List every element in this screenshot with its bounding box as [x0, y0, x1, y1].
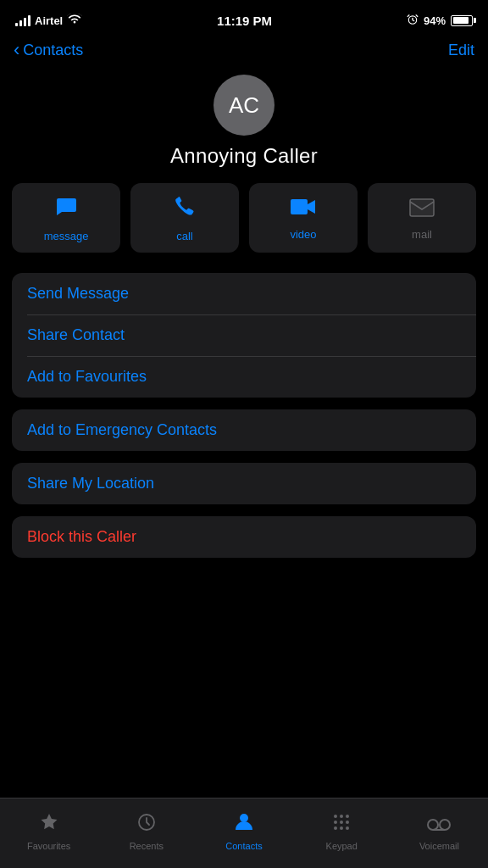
- svg-point-10: [340, 815, 343, 818]
- svg-rect-6: [410, 199, 434, 216]
- svg-point-17: [346, 826, 349, 830]
- svg-line-3: [408, 14, 409, 16]
- message-icon: [54, 195, 78, 225]
- edit-button[interactable]: Edit: [448, 42, 474, 59]
- message-label: message: [44, 230, 89, 242]
- add-emergency-item[interactable]: Add to Emergency Contacts: [12, 409, 476, 451]
- recents-icon: [136, 812, 157, 837]
- keypad-icon: [331, 812, 352, 837]
- svg-point-16: [340, 826, 343, 830]
- status-left: Airtel: [15, 14, 82, 28]
- svg-point-13: [340, 821, 343, 824]
- share-contact-item[interactable]: Share Contact: [12, 314, 476, 356]
- section-3: Share My Location: [12, 463, 476, 504]
- favourites-label: Favourites: [27, 841, 70, 851]
- carrier-label: Airtel: [35, 14, 63, 27]
- svg-point-18: [428, 820, 438, 830]
- section-2: Add to Emergency Contacts: [12, 409, 476, 451]
- keypad-label: Keypad: [326, 841, 358, 851]
- add-to-favourites-item[interactable]: Add to Favourites: [12, 356, 476, 398]
- wifi-icon: [67, 14, 82, 28]
- contact-name: Annoying Caller: [170, 144, 318, 168]
- svg-point-12: [334, 821, 337, 824]
- tab-favourites[interactable]: Favourites: [0, 812, 97, 851]
- signal-bars-icon: [15, 14, 30, 26]
- send-message-item[interactable]: Send Message: [12, 273, 476, 314]
- tab-voicemail[interactable]: Voicemail: [391, 814, 488, 851]
- video-label: video: [290, 228, 316, 241]
- message-button[interactable]: message: [12, 183, 120, 253]
- video-icon: [290, 197, 317, 223]
- section-4: Block this Caller: [12, 516, 476, 558]
- svg-rect-5: [291, 199, 308, 214]
- tab-recents[interactable]: Recents: [97, 812, 195, 851]
- battery-icon: [451, 15, 473, 26]
- svg-point-19: [440, 820, 450, 830]
- battery-percent: 94%: [424, 14, 446, 27]
- svg-point-15: [334, 826, 337, 830]
- svg-point-11: [346, 815, 349, 818]
- tab-bar: Favourites Recents Contacts: [0, 798, 488, 868]
- contacts-icon: [233, 810, 255, 837]
- mail-label: mail: [412, 228, 432, 241]
- call-label: call: [176, 230, 193, 242]
- svg-point-9: [334, 815, 337, 818]
- contacts-label: Contacts: [225, 841, 262, 851]
- back-label: Contacts: [23, 42, 83, 59]
- tab-contacts[interactable]: Contacts: [195, 810, 292, 851]
- section-1: Send Message Share Contact Add to Favour…: [12, 273, 476, 398]
- avatar: AC: [214, 75, 274, 136]
- contact-header: AC Annoying Caller: [0, 68, 488, 183]
- tab-keypad[interactable]: Keypad: [293, 812, 391, 851]
- voicemail-label: Voicemail: [419, 841, 459, 851]
- svg-line-4: [416, 14, 418, 16]
- status-bar: Airtel 11:19 PM 94%: [0, 0, 488, 37]
- video-button[interactable]: video: [249, 183, 358, 253]
- svg-point-8: [240, 814, 248, 822]
- voicemail-icon: [427, 814, 451, 837]
- block-caller-item[interactable]: Block this Caller: [12, 516, 476, 558]
- favourites-icon: [39, 812, 59, 837]
- back-chevron-icon: ‹: [14, 41, 19, 59]
- svg-line-2: [413, 19, 414, 20]
- alarm-icon: [407, 14, 419, 28]
- action-buttons-row: message call video mail: [0, 183, 488, 253]
- mail-icon: [409, 197, 435, 223]
- call-button[interactable]: call: [130, 183, 239, 253]
- call-icon: [173, 195, 197, 225]
- nav-header: ‹ Contacts Edit: [0, 37, 488, 68]
- status-right: 94%: [407, 14, 473, 28]
- status-time: 11:19 PM: [217, 14, 272, 28]
- recents-label: Recents: [130, 841, 164, 851]
- share-location-item[interactable]: Share My Location: [12, 463, 476, 504]
- back-button[interactable]: ‹ Contacts: [14, 41, 83, 59]
- mail-button[interactable]: mail: [368, 183, 476, 253]
- svg-point-14: [346, 821, 349, 824]
